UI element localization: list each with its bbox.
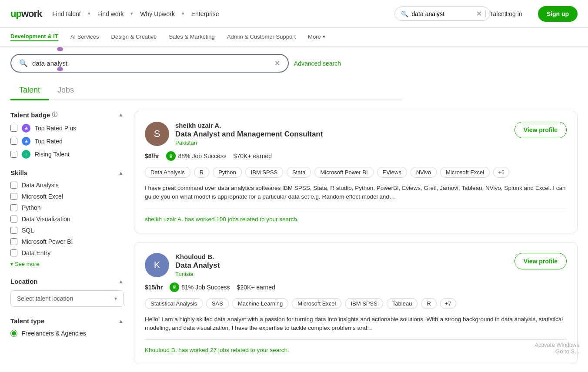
cat-more[interactable]: More ▾: [308, 33, 325, 41]
skill-data-visualization-checkbox[interactable]: [10, 216, 17, 223]
card-stats-1: $8/hr ♛ 88% Job Success $70K+ earned: [145, 151, 567, 161]
skill-power-bi-checkbox[interactable]: [10, 238, 17, 245]
skill-microsoft-excel-checkbox[interactable]: [10, 193, 17, 200]
cat-ai-services[interactable]: AI Services: [70, 33, 99, 41]
more-skills-1[interactable]: +6: [493, 167, 509, 178]
activate-windows-watermark: Activate Windows Go to S...: [535, 342, 579, 355]
card-jobs-2: Khouloud B. has worked 27 jobs related t…: [145, 347, 567, 353]
view-profile-button-1[interactable]: View profile: [514, 122, 567, 138]
talent-type-radio[interactable]: [10, 330, 17, 337]
talent-badge-title[interactable]: Talent badge ⓘ ▲: [10, 111, 124, 119]
why-upwork-chevron: ▾: [182, 11, 184, 17]
skill-tag[interactable]: Data Analysis: [145, 167, 190, 178]
talent-card-1: S sheikh uzair A. Data Analyst and Manag…: [134, 111, 578, 233]
skill-tag[interactable]: Stata: [287, 167, 311, 178]
skill-tag[interactable]: Statistical Analysis: [145, 298, 203, 309]
skills-filter: Skills ▲ Data Analysis Microsoft Excel P…: [10, 169, 124, 267]
talent-badge-filter: Talent badge ⓘ ▲ ★ Top Rated Plus ★ Top …: [10, 111, 124, 159]
nav-enterprise[interactable]: Enterprise: [191, 10, 219, 17]
skill-tag[interactable]: R: [194, 167, 209, 178]
badge-top-rated-label: Top Rated: [35, 138, 63, 145]
earned-2: $20K+ earned: [237, 284, 275, 291]
talent-type-title[interactable]: Talent type ▲: [10, 317, 124, 325]
cat-development-it[interactable]: Development & IT: [10, 33, 58, 41]
cat-admin-support[interactable]: Admin & Customer Support: [227, 33, 296, 41]
more-skills-2[interactable]: +7: [440, 298, 456, 309]
skill-microsoft-excel[interactable]: Microsoft Excel: [10, 193, 124, 200]
skill-data-analysis[interactable]: Data Analysis: [10, 182, 124, 189]
location-dropdown-arrow-icon: ▾: [114, 296, 117, 302]
main-search-area: 🔍 ✕ Advanced search: [0, 47, 588, 73]
skill-data-analysis-checkbox[interactable]: [10, 182, 17, 189]
tab-jobs[interactable]: Jobs: [49, 81, 83, 100]
badge-rising-checkbox[interactable]: [10, 151, 17, 158]
skill-tag[interactable]: Tableau: [387, 298, 418, 309]
skill-data-entry[interactable]: Data Entry: [10, 249, 124, 256]
crown-icon-2: ♛: [170, 282, 179, 292]
skill-tag[interactable]: Microsoft Excel: [440, 167, 490, 178]
talent-name-2: Khouloud B.: [175, 253, 514, 260]
location-dropdown[interactable]: Select talent location ▾: [10, 290, 124, 307]
svg-point-1: [57, 67, 63, 71]
talent-card-2: K Khouloud B. Data Analyst Tunisia View …: [134, 242, 578, 365]
top-rated-plus-badge-icon: ★: [22, 124, 30, 133]
jobs-count-link-1[interactable]: 100 jobs related to your search.: [216, 216, 298, 223]
cat-sales-marketing[interactable]: Sales & Marketing: [169, 33, 215, 41]
badge-top-rated-plus-label: Top Rated Plus: [35, 125, 76, 132]
jobs-count-link-2[interactable]: 27 jobs related to your search.: [210, 347, 289, 353]
skill-power-bi[interactable]: Microsoft Power BI: [10, 238, 124, 245]
main-clear-icon[interactable]: ✕: [274, 59, 280, 67]
skill-tag[interactable]: Machine Learning: [232, 298, 288, 309]
skills-title[interactable]: Skills ▲: [10, 169, 124, 176]
skill-tag[interactable]: R: [421, 298, 436, 309]
signup-button[interactable]: Sign up: [538, 6, 578, 22]
view-profile-button-2[interactable]: View profile: [514, 253, 567, 269]
avatar-1: S: [145, 122, 169, 146]
skill-python-checkbox[interactable]: [10, 204, 17, 211]
results-tabs: Talent Jobs: [0, 73, 588, 100]
skill-tag[interactable]: Python: [213, 167, 241, 178]
cat-design-creative[interactable]: Design & Creative: [111, 33, 157, 41]
nav-find-work[interactable]: Find work: [97, 10, 124, 17]
badge-top-rated-checkbox[interactable]: [10, 138, 17, 145]
login-button[interactable]: Log in: [501, 7, 528, 21]
talent-title-1: Data Analyst and Management Consultant: [175, 130, 514, 139]
main-search-input[interactable]: [32, 60, 270, 67]
search-results: S sheikh uzair A. Data Analyst and Manag…: [134, 111, 578, 372]
skills-chevron-icon: ▲: [118, 170, 124, 176]
see-more-skills[interactable]: ▾ See more: [10, 261, 124, 267]
nav-find-talent[interactable]: Find talent: [52, 10, 80, 17]
skill-tag[interactable]: IBM SPSS: [345, 298, 383, 309]
tab-talent[interactable]: Talent: [10, 81, 49, 100]
nav-why-upwork[interactable]: Why Upwork: [140, 10, 174, 17]
upwork-logo[interactable]: upwork: [10, 8, 42, 20]
skill-python[interactable]: Python: [10, 204, 124, 211]
skill-tag[interactable]: IBM SPSS: [245, 167, 283, 178]
skill-tag[interactable]: Microsoft Excel: [292, 298, 341, 309]
skill-tag[interactable]: NVivo: [411, 167, 437, 178]
skill-data-visualization[interactable]: Data Visualization: [10, 216, 124, 223]
skill-sql[interactable]: SQL: [10, 227, 124, 234]
skill-sql-checkbox[interactable]: [10, 227, 17, 234]
top-search-input[interactable]: [412, 10, 473, 17]
top-search-bar[interactable]: 🔍 ✕ Talent ▾: [394, 7, 490, 21]
rising-talent-badge-icon: ↑: [22, 150, 30, 159]
location-title[interactable]: Location ▲: [10, 278, 124, 285]
main-search-bar[interactable]: 🔍 ✕: [10, 54, 289, 73]
badge-rising-label: Rising Talent: [35, 151, 70, 158]
rate-2: $15/hr: [145, 284, 163, 291]
skill-tag[interactable]: SAS: [206, 298, 229, 309]
category-navigation: Development & IT AI Services Design & Cr…: [0, 28, 588, 47]
svg-point-0: [57, 47, 63, 51]
badge-top-rated-item[interactable]: ★ Top Rated: [10, 137, 124, 146]
badge-top-rated-plus-item[interactable]: ★ Top Rated Plus: [10, 124, 124, 133]
skill-tag[interactable]: EViews: [377, 167, 407, 178]
badge-rising-item[interactable]: ↑ Rising Talent: [10, 150, 124, 159]
skill-data-entry-checkbox[interactable]: [10, 249, 17, 256]
skill-tag[interactable]: Microsoft Power BI: [314, 167, 373, 178]
talent-type-freelancers[interactable]: Freelancers & Agencies: [10, 330, 124, 337]
advanced-search-link[interactable]: Advanced search: [294, 60, 341, 67]
sidebar-filters: Talent badge ⓘ ▲ ★ Top Rated Plus ★ Top …: [10, 111, 124, 372]
badge-top-rated-plus-checkbox[interactable]: [10, 125, 17, 132]
clear-search-icon[interactable]: ✕: [476, 10, 482, 18]
